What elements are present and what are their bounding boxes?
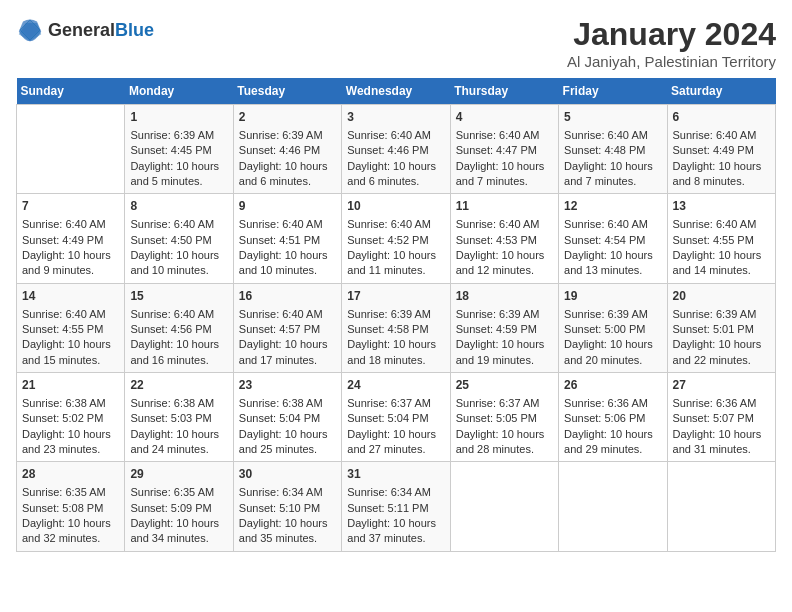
day-info: Sunrise: 6:40 AM — [239, 217, 336, 232]
day-info: Sunrise: 6:37 AM — [347, 396, 444, 411]
day-info: Sunrise: 6:40 AM — [22, 217, 119, 232]
title-block: January 2024 Al Janiyah, Palestinian Ter… — [567, 16, 776, 70]
day-number: 22 — [130, 377, 227, 394]
calendar-cell: 6Sunrise: 6:40 AMSunset: 4:49 PMDaylight… — [667, 105, 775, 194]
weekday-header-friday: Friday — [559, 78, 667, 105]
weekday-header-wednesday: Wednesday — [342, 78, 450, 105]
day-info: Sunset: 4:48 PM — [564, 143, 661, 158]
calendar-cell: 28Sunrise: 6:35 AMSunset: 5:08 PMDayligh… — [17, 462, 125, 551]
logo-text-general: General — [48, 20, 115, 40]
weekday-header-sunday: Sunday — [17, 78, 125, 105]
day-info: Sunset: 4:50 PM — [130, 233, 227, 248]
day-info: and 28 minutes. — [456, 442, 553, 457]
day-info: Sunrise: 6:34 AM — [239, 485, 336, 500]
day-info: Sunrise: 6:35 AM — [130, 485, 227, 500]
day-info: Sunset: 4:55 PM — [673, 233, 770, 248]
day-info: Sunset: 4:47 PM — [456, 143, 553, 158]
day-info: Sunset: 4:45 PM — [130, 143, 227, 158]
logo-icon — [16, 16, 44, 44]
day-number: 13 — [673, 198, 770, 215]
day-info: and 31 minutes. — [673, 442, 770, 457]
calendar-cell: 17Sunrise: 6:39 AMSunset: 4:58 PMDayligh… — [342, 283, 450, 372]
day-info: Sunrise: 6:39 AM — [347, 307, 444, 322]
day-info: Daylight: 10 hours — [673, 337, 770, 352]
day-info: Daylight: 10 hours — [130, 159, 227, 174]
day-info: Sunset: 4:49 PM — [22, 233, 119, 248]
calendar-cell: 18Sunrise: 6:39 AMSunset: 4:59 PMDayligh… — [450, 283, 558, 372]
calendar-cell: 10Sunrise: 6:40 AMSunset: 4:52 PMDayligh… — [342, 194, 450, 283]
day-info: Sunset: 4:46 PM — [239, 143, 336, 158]
day-number: 2 — [239, 109, 336, 126]
day-info: and 23 minutes. — [22, 442, 119, 457]
day-info: Sunrise: 6:38 AM — [22, 396, 119, 411]
calendar-cell: 2Sunrise: 6:39 AMSunset: 4:46 PMDaylight… — [233, 105, 341, 194]
day-info: and 6 minutes. — [347, 174, 444, 189]
weekday-header-thursday: Thursday — [450, 78, 558, 105]
calendar-cell: 11Sunrise: 6:40 AMSunset: 4:53 PMDayligh… — [450, 194, 558, 283]
day-info: Daylight: 10 hours — [22, 427, 119, 442]
day-info: Daylight: 10 hours — [347, 159, 444, 174]
day-info: and 7 minutes. — [564, 174, 661, 189]
day-info: Sunrise: 6:39 AM — [673, 307, 770, 322]
day-info: and 20 minutes. — [564, 353, 661, 368]
day-number: 31 — [347, 466, 444, 483]
day-info: Sunset: 4:58 PM — [347, 322, 444, 337]
day-info: Sunrise: 6:40 AM — [347, 217, 444, 232]
day-info: Daylight: 10 hours — [456, 248, 553, 263]
day-info: and 14 minutes. — [673, 263, 770, 278]
day-info: Sunset: 4:59 PM — [456, 322, 553, 337]
day-info: Sunrise: 6:38 AM — [239, 396, 336, 411]
day-info: Sunset: 5:01 PM — [673, 322, 770, 337]
day-info: Sunrise: 6:40 AM — [564, 128, 661, 143]
calendar-cell: 9Sunrise: 6:40 AMSunset: 4:51 PMDaylight… — [233, 194, 341, 283]
day-info: and 19 minutes. — [456, 353, 553, 368]
day-info: Daylight: 10 hours — [239, 159, 336, 174]
day-info: Sunset: 5:08 PM — [22, 501, 119, 516]
day-info: and 12 minutes. — [456, 263, 553, 278]
day-info: and 35 minutes. — [239, 531, 336, 546]
day-info: Sunset: 5:02 PM — [22, 411, 119, 426]
day-info: Daylight: 10 hours — [347, 337, 444, 352]
week-row-1: 1Sunrise: 6:39 AMSunset: 4:45 PMDaylight… — [17, 105, 776, 194]
week-row-2: 7Sunrise: 6:40 AMSunset: 4:49 PMDaylight… — [17, 194, 776, 283]
day-info: Daylight: 10 hours — [564, 427, 661, 442]
weekday-header-row: SundayMondayTuesdayWednesdayThursdayFrid… — [17, 78, 776, 105]
day-number: 10 — [347, 198, 444, 215]
week-row-3: 14Sunrise: 6:40 AMSunset: 4:55 PMDayligh… — [17, 283, 776, 372]
day-number: 29 — [130, 466, 227, 483]
day-number: 7 — [22, 198, 119, 215]
day-info: Sunrise: 6:37 AM — [456, 396, 553, 411]
weekday-header-saturday: Saturday — [667, 78, 775, 105]
day-info: and 6 minutes. — [239, 174, 336, 189]
day-info: Sunrise: 6:40 AM — [130, 217, 227, 232]
day-info: Daylight: 10 hours — [456, 427, 553, 442]
logo-text-blue: Blue — [115, 20, 154, 40]
day-info: Sunset: 5:05 PM — [456, 411, 553, 426]
day-number: 20 — [673, 288, 770, 305]
day-info: and 24 minutes. — [130, 442, 227, 457]
calendar-cell: 16Sunrise: 6:40 AMSunset: 4:57 PMDayligh… — [233, 283, 341, 372]
day-info: Sunset: 5:00 PM — [564, 322, 661, 337]
day-number: 30 — [239, 466, 336, 483]
day-info: Daylight: 10 hours — [564, 337, 661, 352]
day-info: and 17 minutes. — [239, 353, 336, 368]
month-title: January 2024 — [567, 16, 776, 53]
calendar-cell: 31Sunrise: 6:34 AMSunset: 5:11 PMDayligh… — [342, 462, 450, 551]
day-info: Sunset: 4:46 PM — [347, 143, 444, 158]
day-info: Sunrise: 6:40 AM — [673, 128, 770, 143]
day-info: Daylight: 10 hours — [130, 248, 227, 263]
day-number: 3 — [347, 109, 444, 126]
day-info: Daylight: 10 hours — [239, 337, 336, 352]
day-info: and 8 minutes. — [673, 174, 770, 189]
calendar-cell: 8Sunrise: 6:40 AMSunset: 4:50 PMDaylight… — [125, 194, 233, 283]
calendar-cell — [17, 105, 125, 194]
calendar-cell: 21Sunrise: 6:38 AMSunset: 5:02 PMDayligh… — [17, 373, 125, 462]
day-number: 28 — [22, 466, 119, 483]
calendar-cell: 15Sunrise: 6:40 AMSunset: 4:56 PMDayligh… — [125, 283, 233, 372]
day-info: and 15 minutes. — [22, 353, 119, 368]
day-number: 1 — [130, 109, 227, 126]
day-info: Daylight: 10 hours — [564, 159, 661, 174]
day-number: 17 — [347, 288, 444, 305]
day-info: Sunrise: 6:39 AM — [130, 128, 227, 143]
day-info: and 25 minutes. — [239, 442, 336, 457]
